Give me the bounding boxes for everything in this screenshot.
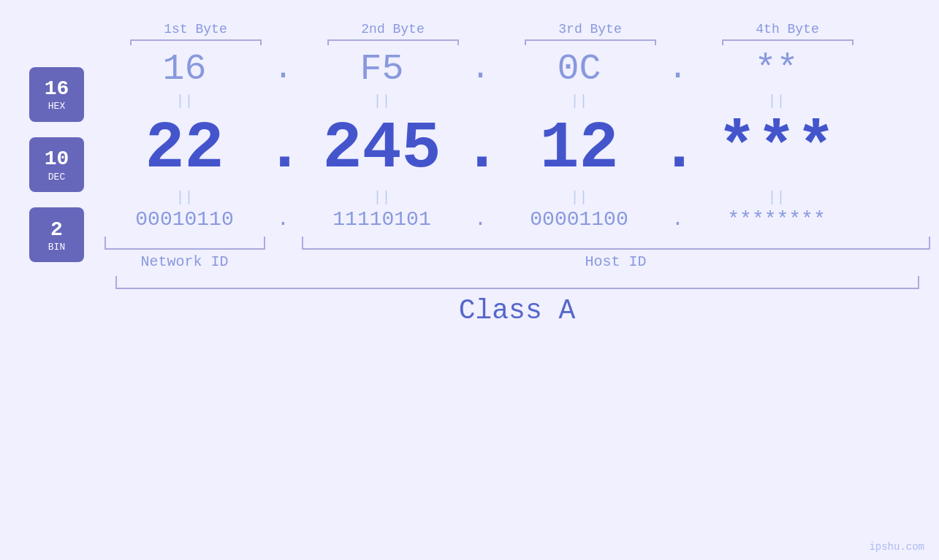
bin-val-1: 00010110 (135, 208, 233, 231)
bin-val-2: 11110101 (332, 208, 430, 231)
hex-val-3: 0C (557, 48, 601, 90)
dec-badge: 10 DEC (29, 137, 84, 192)
network-id-label: Network ID (104, 253, 265, 270)
byte-headers-row: 1st Byte 2nd Byte 3rd Byte 4th Byte (115, 22, 919, 37)
hex-dot-1: . (273, 50, 293, 88)
watermark: ipshu.com (869, 541, 924, 553)
bin-val-3: 00001100 (530, 208, 628, 231)
separator-2: || || || || (104, 186, 930, 208)
dbar2-3: || (499, 189, 660, 206)
dec-val-1: 22 (145, 112, 224, 186)
class-label: Class A (115, 295, 919, 326)
bin-badge: 2 BIN (29, 207, 84, 262)
hex-val-2: F5 (360, 48, 403, 90)
byte-header-1: 1st Byte (115, 22, 276, 37)
main-content: 16 HEX 10 DEC 2 BIN 16 . F5 . 0C . ** (9, 48, 930, 270)
hex-dot-2: . (471, 50, 490, 88)
hex-val-1: 16 (162, 48, 206, 90)
network-bracket (104, 237, 265, 250)
bin-dot-1: . (277, 208, 289, 231)
class-section: Class A (115, 276, 919, 326)
badge-column: 16 HEX 10 DEC 2 BIN (9, 48, 104, 270)
bin-dot-2: . (474, 208, 487, 231)
byte-header-3: 3rd Byte (510, 22, 671, 37)
class-bracket (115, 276, 919, 289)
host-bracket (302, 237, 930, 250)
dbar2-1: || (104, 189, 265, 206)
bracket-2 (313, 39, 474, 41)
data-rows: 16 . F5 . 0C . ** || || || || 22 (104, 48, 930, 270)
dbar-3: || (499, 93, 660, 110)
dec-dot-3: . (660, 112, 696, 186)
bracket-3 (510, 39, 671, 41)
main-container: 1st Byte 2nd Byte 3rd Byte 4th Byte 16 (0, 0, 939, 560)
host-id-label: Host ID (302, 253, 930, 270)
dec-dot-1: . (265, 112, 302, 186)
dbar-2: || (302, 93, 463, 110)
byte-header-4: 4th Byte (707, 22, 868, 37)
bin-row: 00010110 . 11110101 . 00001100 . *******… (104, 208, 930, 231)
bracket-lines-row (115, 39, 919, 41)
dec-val-2: 245 (322, 112, 441, 186)
hex-dot-3: . (668, 50, 688, 88)
bracket-4 (707, 39, 868, 41)
byte-header-2: 2nd Byte (313, 22, 474, 37)
dec-val-3: 12 (539, 112, 618, 186)
dbar-4: || (696, 93, 857, 110)
id-brackets (104, 237, 930, 250)
bracket-1 (115, 39, 276, 41)
bin-val-4: ******** (727, 208, 825, 231)
hex-badge: 16 HEX (29, 67, 84, 122)
dbar2-2: || (302, 189, 463, 206)
dbar-1: || (104, 93, 265, 110)
dec-val-4: *** (717, 112, 835, 186)
dec-row: 22 . 245 . 12 . *** (104, 112, 930, 186)
hex-row: 16 . F5 . 0C . ** (104, 48, 930, 90)
separator-1: || || || || (104, 90, 930, 112)
id-labels: Network ID Host ID (104, 253, 930, 270)
hex-val-4: ** (754, 48, 798, 90)
dec-dot-2: . (463, 112, 499, 186)
bin-dot-3: . (672, 208, 684, 231)
dbar2-4: || (696, 189, 857, 206)
